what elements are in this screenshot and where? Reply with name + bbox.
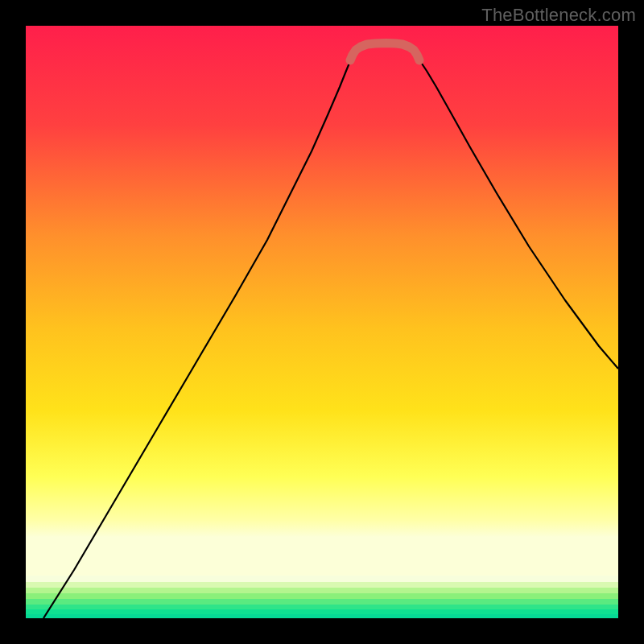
bottleneck-curve-right [412, 52, 618, 369]
curve-layer [26, 26, 618, 618]
chart-frame: TheBottleneck.com [0, 0, 644, 644]
sweet-spot [350, 43, 419, 61]
watermark-text: TheBottleneck.com [481, 5, 636, 26]
plot-area [26, 26, 618, 618]
bottleneck-curve [43, 52, 356, 618]
